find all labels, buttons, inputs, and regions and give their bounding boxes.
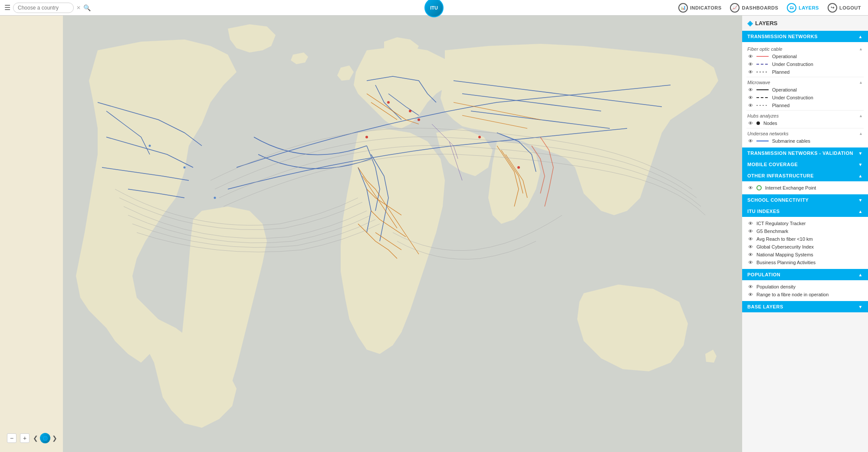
zoom-minus-button[interactable]: − [7,433,16,443]
school-connectivity-section-header[interactable]: SCHOOL CONNECTIVITY ▼ [742,194,868,206]
svg-point-10 [214,197,216,199]
microwave-label: Microwave [747,80,770,85]
mobile-coverage-section-header[interactable]: MOBILE COVERAGE ▼ [742,159,868,170]
cybersecurity-item: 👁 Global Cybersecurity Index [746,243,864,251]
country-search-input[interactable] [13,3,74,13]
fiber-construction-visibility[interactable]: 👁 [748,62,753,67]
national-mapping-visibility[interactable]: 👁 [748,252,753,257]
range-fibre-visibility[interactable]: 👁 [748,292,753,297]
logo-center: ITU [424,0,444,17]
logout-nav-item[interactable]: ↪ LOGOUT [828,3,861,13]
base-layers-chevron: ▼ [858,305,863,309]
microwave-operational-item: 👁 Operational [746,86,864,94]
fiber-planned-label: Planned [772,69,789,75]
g5-benchmark-item: 👁 G5 Benchmark [746,227,864,235]
microwave-planned-visibility[interactable]: 👁 [748,103,753,108]
undersea-chevron[interactable]: ▲ [859,131,863,136]
ixp-visibility[interactable]: 👁 [748,185,753,190]
hamburger-menu[interactable]: ☰ [4,3,10,12]
zoom-plus-button[interactable]: + [20,433,30,443]
mobile-coverage-chevron: ▼ [858,162,863,167]
fiber-construction-label: Under Construction [772,62,813,67]
other-infra-body: 👁 Internet Exchange Point [742,181,868,194]
undersea-group-title: Undersea networks ▲ [746,129,864,137]
fiber-planned-visibility[interactable]: 👁 [748,69,753,75]
logout-label: LOGOUT [839,5,861,10]
layers-icon: 🗂 [787,3,796,13]
cybersecurity-visibility[interactable]: 👁 [748,244,753,249]
nav-left-arrow[interactable]: ❮ [33,435,38,442]
microwave-construction-item: 👁 Under Construction [746,94,864,102]
world-map[interactable] [0,16,868,452]
fiber-construction-line-icon [756,64,769,65]
microwave-planned-line-icon [756,105,769,106]
other-infra-section-header[interactable]: OTHER INFRASTRUCTURE ▲ [742,170,868,181]
microwave-operational-line-icon [756,89,769,90]
itu-indexes-body: 👁 ICT Regulatory Tracker 👁 G5 Benchmark … [742,217,868,269]
hubs-chevron[interactable]: ▲ [859,114,863,118]
layers-nav-item[interactable]: 🗂 LAYERS [787,3,819,13]
globe-icon[interactable]: 🌐 [40,433,50,443]
clear-country-button[interactable]: ✕ [76,5,81,11]
avg-reach-item: 👁 Avg Reach to fiber <10 km [746,235,864,243]
transmission-networks-section-header[interactable]: TRANSMISSION NETWORKS ▲ [742,31,868,42]
population-section-header[interactable]: POPULATION ▲ [742,269,868,280]
nodes-dot-icon [756,121,760,125]
nav-right: 📊 INDICATORS 📈 DASHBOARDS 🗂 LAYERS ↪ LOG… [678,3,868,13]
other-infra-label: OTHER INFRASTRUCTURE [747,173,814,178]
fiber-optic-chevron[interactable]: ▲ [859,47,863,51]
microwave-group-title: Microwave ▲ [746,78,864,86]
microwave-construction-label: Under Construction [772,95,813,100]
ict-regulatory-item: 👁 ICT Regulatory Tracker [746,219,864,227]
population-label: POPULATION [747,272,780,277]
population-body: 👁 Population density 👁 Range to a fibre … [742,280,868,301]
indicators-nav-item[interactable]: 📊 INDICATORS [678,3,721,13]
layers-label: LAYERS [799,5,819,10]
hubs-label: Hubs analyzes [747,113,779,118]
nodes-visibility[interactable]: 👁 [748,121,753,126]
population-chevron: ▲ [858,272,863,277]
fiber-construction-item: 👁 Under Construction [746,60,864,68]
indicators-label: INDICATORS [690,5,721,10]
search-icon[interactable]: 🔍 [83,4,91,11]
avg-reach-visibility[interactable]: 👁 [748,236,753,242]
map-area[interactable]: − + ❮ 🌐 ❯ [0,16,868,452]
submarine-item: 👁 Submarine cables [746,137,864,145]
itu-indexes-chevron: ▲ [858,209,863,214]
g5-benchmark-visibility[interactable]: 👁 [748,229,753,234]
microwave-planned-label: Planned [772,103,789,108]
submarine-line-icon [756,141,769,141]
range-fibre-label: Range to a fibre node in operation [756,292,829,297]
svg-point-3 [409,110,411,112]
microwave-operational-visibility[interactable]: 👁 [748,87,753,92]
fiber-optic-group-title: Fiber optic cable ▲ [746,45,864,52]
avg-reach-label: Avg Reach to fiber <10 km [756,236,813,242]
business-planning-label: Business Planning Activities [756,260,815,265]
submarine-visibility[interactable]: 👁 [748,138,753,144]
fiber-operational-label: Operational [772,54,797,59]
fiber-operational-visibility[interactable]: 👁 [748,54,753,59]
dashboards-nav-item[interactable]: 📈 DASHBOARDS [730,3,778,13]
population-density-visibility[interactable]: 👁 [748,284,753,289]
microwave-operational-label: Operational [772,87,797,92]
microwave-construction-visibility[interactable]: 👁 [748,95,753,100]
transmission-validation-section-header[interactable]: TRANSMISSION NETWORKS - VALIDATION ▼ [742,147,868,159]
ict-regulatory-visibility[interactable]: 👁 [748,221,753,226]
business-planning-visibility[interactable]: 👁 [748,260,753,265]
svg-point-4 [418,118,420,121]
school-connectivity-label: SCHOOL CONNECTIVITY [747,197,809,203]
mobile-coverage-label: MOBILE COVERAGE [747,162,798,167]
svg-point-9 [184,167,186,169]
transmission-networks-label: TRANSMISSION NETWORKS [747,34,818,39]
microwave-chevron[interactable]: ▲ [859,80,863,85]
itu-indexes-section-header[interactable]: ITU INDEXES ▲ [742,206,868,217]
base-layers-section-header[interactable]: BASE LAYERS ▼ [742,301,868,312]
business-planning-item: 👁 Business Planning Activities [746,259,864,266]
nav-right-arrow[interactable]: ❯ [52,435,57,442]
other-infra-chevron: ▲ [858,174,863,178]
fiber-optic-label: Fiber optic cable [747,46,783,52]
population-density-label: Population density [756,284,796,289]
nodes-label: Nodes [763,121,777,126]
ict-regulatory-label: ICT Regulatory Tracker [756,221,806,226]
microwave-construction-line-icon [756,97,769,98]
